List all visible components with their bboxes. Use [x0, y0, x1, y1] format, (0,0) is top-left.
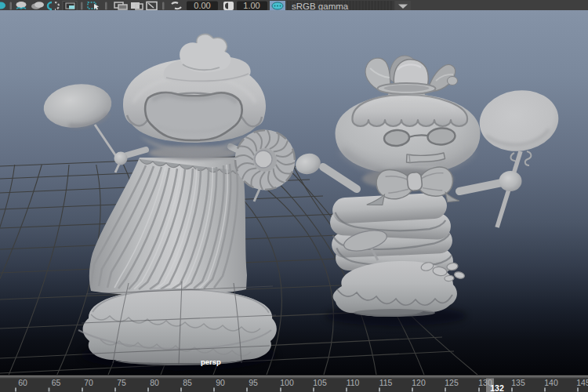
svg-text:65: 65: [52, 378, 61, 387]
svg-text:persp: persp: [201, 358, 221, 366]
svg-text:135: 135: [511, 378, 525, 387]
svg-text:105: 105: [313, 378, 327, 387]
svg-text:145: 145: [576, 378, 588, 387]
svg-text:75: 75: [117, 378, 126, 387]
svg-text:115: 115: [379, 378, 393, 387]
svg-text:70: 70: [84, 378, 93, 387]
svg-text:140: 140: [544, 378, 558, 387]
svg-text:132: 132: [490, 383, 504, 392]
svg-text:sRGB gamma: sRGB gamma: [292, 2, 349, 11]
svg-text:90: 90: [216, 378, 225, 387]
svg-text:85: 85: [183, 378, 192, 387]
svg-text:95: 95: [249, 378, 258, 387]
svg-text:1.00: 1.00: [243, 1, 260, 10]
svg-text:0.00: 0.00: [194, 1, 210, 10]
svg-text:110: 110: [347, 378, 360, 387]
svg-text:120: 120: [412, 378, 426, 387]
svg-text:80: 80: [150, 378, 159, 387]
svg-text:125: 125: [445, 378, 459, 387]
svg-text:60: 60: [18, 378, 27, 387]
svg-text:100: 100: [280, 378, 294, 387]
